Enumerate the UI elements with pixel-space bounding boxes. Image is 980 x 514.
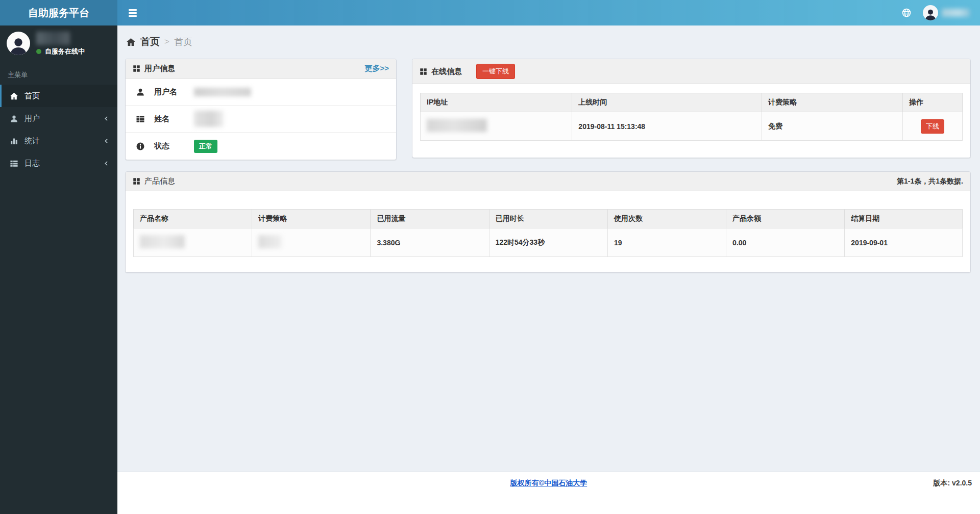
table-row: 2019-08-11 15:13:48 免费 下线	[421, 112, 963, 141]
panel-title: 用户信息	[144, 64, 175, 73]
username-value-blurred	[194, 88, 251, 96]
chevron-left-icon	[103, 115, 110, 122]
column-header: 已用流量	[371, 210, 489, 228]
balance-cell: 0.00	[726, 228, 845, 257]
main-header: 自助服务平台	[0, 0, 980, 25]
sidebar-item-users[interactable]: 用户	[0, 107, 117, 130]
sidebar-avatar	[7, 32, 30, 55]
copyright-link[interactable]: 版权所有©中国石油大学	[510, 479, 587, 487]
grid-icon	[133, 65, 140, 72]
traffic-cell: 3.380G	[371, 228, 489, 257]
column-header: 产品余额	[726, 210, 845, 228]
sidebar: 自服务在线中 主菜单 首页 用户	[0, 25, 117, 514]
product-info-panel: 产品信息 第1-1条，共1条数据. 产品名称 计费策略 已用流量 已用时长 使用…	[125, 171, 971, 273]
policy-cell	[252, 228, 371, 257]
online-time-cell: 2019-08-11 15:13:48	[572, 112, 762, 141]
sidebar-item-stats[interactable]: 统计	[0, 130, 117, 152]
column-header: 已用时长	[489, 210, 607, 228]
column-header: IP地址	[421, 93, 572, 112]
version-label: 版本: v2.0.5	[934, 479, 972, 488]
list-icon	[9, 159, 18, 168]
ip-cell	[421, 112, 572, 141]
user-name-blurred	[942, 9, 970, 17]
column-header: 使用次数	[607, 210, 726, 228]
user-icon	[136, 87, 146, 96]
online-status-dot	[36, 49, 41, 54]
breadcrumb: 首页 > 首页	[125, 25, 971, 59]
product-table: 产品名称 计费策略 已用流量 已用时长 使用次数 产品余额 结算日期 3.380…	[133, 209, 963, 257]
sidebar-item-home[interactable]: 首页	[0, 85, 117, 107]
column-header: 计费策略	[762, 93, 903, 112]
sidebar-toggle-icon[interactable]	[125, 5, 141, 21]
user-avatar	[923, 5, 938, 20]
user-icon	[9, 114, 18, 123]
column-header: 操作	[903, 93, 963, 112]
sidebar-item-label: 用户	[24, 114, 40, 123]
sidebar-user-panel: 自服务在线中	[0, 25, 117, 63]
action-cell: 下线	[903, 112, 963, 141]
app-logo[interactable]: 自助服务平台	[0, 0, 117, 25]
user-info-row-username: 用户名	[126, 79, 396, 106]
settle-date-cell: 2019-09-01	[845, 228, 963, 257]
globe-icon[interactable]	[901, 8, 912, 18]
breadcrumb-separator: >	[164, 37, 169, 47]
offline-button[interactable]: 下线	[921, 119, 944, 134]
status-badge: 正常	[194, 140, 217, 153]
panel-title: 产品信息	[144, 176, 175, 186]
online-table: IP地址 上线时间 计费策略 操作 2019-08-11 15:13:48 免费	[420, 93, 963, 141]
main-footer: 版权所有©中国石油大学 版本: v2.0.5	[117, 472, 980, 514]
grid-icon	[420, 68, 427, 75]
policy-value-blurred	[258, 235, 282, 248]
sidebar-username-blurred	[36, 32, 70, 45]
sidebar-menu: 首页 用户 统计	[0, 85, 117, 174]
menu-header: 主菜单	[0, 63, 117, 85]
breadcrumb-root[interactable]: 首页	[140, 35, 160, 48]
online-status-text: 自服务在线中	[45, 47, 85, 56]
name-value-blurred	[194, 111, 224, 127]
bar-chart-icon	[9, 137, 18, 145]
user-menu[interactable]	[923, 5, 970, 20]
list-icon	[136, 114, 146, 123]
sidebar-item-label: 日志	[24, 159, 40, 168]
user-info-row-status: 状态 正常	[126, 133, 396, 160]
chevron-left-icon	[103, 138, 110, 144]
product-name-cell	[134, 228, 252, 257]
online-info-panel: 在线信息 一键下线 IP地址 上线时间 计费策略 操作	[412, 59, 971, 158]
field-label: 姓名	[154, 114, 194, 124]
product-name-blurred	[140, 235, 185, 248]
sidebar-item-logs[interactable]: 日志	[0, 152, 117, 174]
offline-all-button[interactable]: 一键下线	[476, 64, 515, 79]
table-row: 3.380G 122时54分33秒 19 0.00 2019-09-01	[134, 228, 963, 257]
sidebar-item-label: 统计	[24, 136, 40, 146]
times-cell: 19	[607, 228, 726, 257]
panel-title: 在线信息	[431, 67, 462, 76]
breadcrumb-current: 首页	[174, 36, 192, 48]
column-header: 产品名称	[134, 210, 252, 228]
ip-value-blurred	[427, 119, 487, 132]
column-header: 结算日期	[845, 210, 963, 228]
field-label: 状态	[154, 141, 194, 151]
home-icon	[9, 92, 18, 100]
policy-cell: 免费	[762, 112, 903, 141]
chevron-left-icon	[103, 160, 110, 167]
content-area: 首页 > 首页 用户信息 更多>>	[117, 25, 980, 472]
user-info-row-name: 姓名	[126, 106, 396, 133]
duration-cell: 122时54分33秒	[489, 228, 607, 257]
column-header: 计费策略	[252, 210, 371, 228]
field-label: 用户名	[154, 87, 194, 97]
info-icon	[136, 142, 146, 151]
pagination-note: 第1-1条，共1条数据.	[897, 177, 963, 186]
sidebar-item-label: 首页	[24, 91, 40, 101]
home-icon	[126, 37, 136, 47]
top-navbar	[117, 0, 980, 25]
grid-icon	[133, 177, 140, 185]
more-link[interactable]: 更多>>	[364, 64, 389, 73]
user-info-panel: 用户信息 更多>> 用户名	[125, 59, 397, 160]
column-header: 上线时间	[572, 93, 762, 112]
